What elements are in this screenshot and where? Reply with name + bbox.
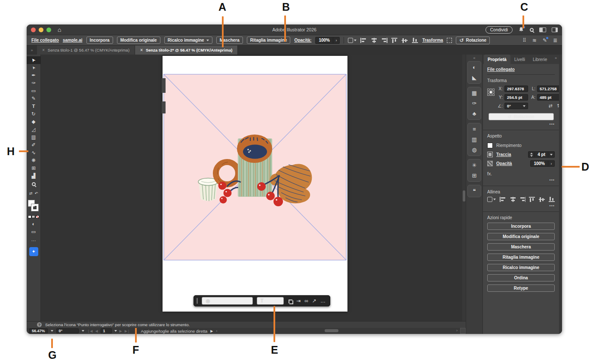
image-trace-button[interactable]: Ricalco immagine	[164, 37, 212, 44]
hint-back-icon[interactable]: ‹	[216, 329, 217, 333]
image-trace-task-button[interactable]: ◉Ricalco immagine	[202, 297, 253, 305]
vertical-scrollbar-thumb[interactable]	[463, 190, 465, 202]
gradient-swatch-icon[interactable]	[32, 215, 35, 218]
stroke-panel-icon[interactable]: ≡	[473, 126, 476, 132]
next-artboard-icon[interactable]: ▶	[120, 329, 122, 333]
color-mode-strip[interactable]	[28, 215, 39, 218]
artboard-tool[interactable]: ⊞	[27, 165, 41, 172]
opacity-label[interactable]: Opacità:	[294, 38, 311, 43]
align-to-artboard-dropdown[interactable]	[487, 197, 496, 202]
retype-task-button[interactable]: TRetype	[257, 297, 284, 305]
angle-field[interactable]: 0°	[504, 103, 528, 109]
eyedropper-tool[interactable]: ✐	[27, 141, 41, 149]
align-top-icon[interactable]	[391, 38, 398, 43]
stroke-label[interactable]: Traccia	[496, 152, 511, 157]
hint-expand-icon[interactable]: ▶	[210, 329, 213, 333]
appearance-panel-icon[interactable]: ✳	[472, 162, 477, 168]
screen-mode-button[interactable]: ▭	[27, 228, 41, 236]
rectangle-tool[interactable]: ▭	[27, 87, 41, 95]
transparency-panel-icon[interactable]: ◍	[472, 147, 476, 153]
reference-point-selector[interactable]	[487, 89, 495, 96]
height-field[interactable]: 485 pt	[537, 94, 561, 101]
opacity-expand-icon[interactable]: ›	[548, 161, 554, 166]
align-horizontal-center-icon[interactable]	[510, 197, 516, 202]
transform-more-options[interactable]: •••	[487, 120, 555, 127]
quick-action-retype[interactable]: Retype	[487, 284, 555, 292]
quick-action-mask[interactable]: Maschera	[487, 243, 555, 251]
fill-stroke-control[interactable]	[27, 200, 40, 214]
last-artboard-icon[interactable]: ▶❘	[125, 329, 130, 333]
pen-tool[interactable]: ✒	[27, 72, 41, 80]
gradient-panel-icon[interactable]: ▥	[472, 137, 477, 142]
task-bar-drag-handle[interactable]	[197, 298, 198, 304]
color-guide-panel-icon[interactable]: ◣	[472, 75, 476, 80]
ai-assistant-button[interactable]: ✦	[29, 247, 38, 256]
knife-tool[interactable]: ◆	[27, 118, 41, 126]
align-vertical-center-icon[interactable]	[402, 38, 408, 43]
align-horizontal-center-icon[interactable]	[371, 38, 377, 43]
swap-fill-stroke-icon[interactable]: ⇄	[29, 192, 33, 196]
fill-color-swatch[interactable]	[487, 143, 493, 148]
draw-mode-button[interactable]: ◐	[27, 220, 41, 228]
rotation-panel-button[interactable]: ↺Rotazione	[489, 113, 554, 120]
chevron-down-icon[interactable]	[523, 105, 525, 107]
color-swatch-icon[interactable]	[28, 215, 31, 218]
file-name-label[interactable]: sample.ai	[63, 38, 83, 43]
dock-collapse-icon[interactable]: «	[473, 55, 475, 61]
help-question-icon[interactable]: ?	[37, 322, 42, 327]
quick-action-arrange[interactable]: Ordina	[487, 274, 555, 281]
previous-artboard-icon[interactable]: ◀	[95, 329, 98, 333]
align-to-artboard-dropdown[interactable]	[348, 38, 356, 43]
links-panel-icon[interactable]: ▦	[472, 90, 477, 96]
quick-action-crop-image[interactable]: Ritaglia immagine	[487, 254, 555, 261]
quick-action-image-trace[interactable]: Ricalco immagine	[487, 264, 555, 271]
stroke-swatch[interactable]	[31, 204, 38, 211]
gradient-tool[interactable]: ▥	[27, 134, 41, 141]
scale-tool[interactable]: ◿	[27, 126, 41, 134]
rotate-view-icon[interactable]: ↶	[35, 192, 38, 196]
align-top-icon[interactable]	[529, 197, 535, 202]
graph-tool[interactable]: ▟	[27, 172, 41, 180]
zoom-tool[interactable]	[27, 180, 41, 188]
appearance-more-options[interactable]: •••	[487, 176, 555, 183]
artboard-dropdown-icon[interactable]	[114, 330, 117, 332]
horizontal-scrollbar-thumb[interactable]	[325, 329, 338, 332]
file-linked-label[interactable]: File collegato	[31, 38, 59, 43]
symbol-sprayer-tool[interactable]: ❋	[27, 157, 41, 165]
opacity-panel-label[interactable]: Opacità	[496, 161, 512, 166]
task-bar-more-icon[interactable]: …	[320, 298, 326, 303]
opacity-panel-field[interactable]: 100%›	[530, 160, 555, 167]
stroke-color-swatch[interactable]	[487, 152, 493, 157]
align-right-icon[interactable]	[381, 38, 387, 43]
comments-panel-icon[interactable]: ❝	[473, 188, 476, 194]
fill-label[interactable]: Riempimento	[496, 143, 522, 148]
close-tab-icon[interactable]: ×	[140, 48, 143, 52]
align-left-icon[interactable]	[500, 197, 506, 202]
embed-icon[interactable]: ⇥	[296, 298, 301, 303]
crop-icon[interactable]	[288, 299, 292, 303]
tab-properties[interactable]: Proprietà	[484, 55, 510, 64]
curvature-tool[interactable]: ✑	[27, 80, 41, 87]
color-panel-icon[interactable]: ◐	[473, 64, 476, 70]
panel-layout-icon[interactable]	[552, 28, 558, 32]
control-bar-menu-icon[interactable]: ≣	[553, 38, 557, 43]
contextual-task-bar[interactable]: ◉Ricalco immagine TRetype ⇥ ∞ ↗ …	[194, 295, 330, 306]
align-right-icon[interactable]	[519, 197, 525, 202]
align-more-options[interactable]: •••	[487, 202, 555, 209]
opacity-expand-icon[interactable]: ›	[333, 37, 339, 43]
share-button[interactable]: Condividi	[485, 26, 513, 34]
document-tab-1[interactable]: × Senza titolo-1 @ 56.47 % (CMYK/Antepri…	[37, 46, 135, 55]
first-artboard-icon[interactable]: ❘◀	[87, 329, 93, 333]
distribute-icon[interactable]: ≋	[532, 38, 537, 43]
opacity-field[interactable]: 100%›	[315, 37, 340, 44]
brushes-panel-icon[interactable]: ✑	[472, 101, 477, 106]
width-field[interactable]: 571.2758	[537, 86, 561, 92]
edit-original-button[interactable]: Modifica originale	[117, 37, 160, 44]
zoom-level-field[interactable]: 56.47%	[29, 328, 48, 333]
panel-collapse-icon[interactable]: »	[555, 56, 557, 60]
align-vertical-center-icon[interactable]	[539, 197, 545, 202]
shaper-tool[interactable]: ∿	[27, 149, 41, 157]
direct-selection-tool[interactable]: ➤	[27, 64, 41, 72]
canvas[interactable]: ◉Ricalco immagine TRetype ⇥ ∞ ↗ …	[41, 55, 466, 321]
linked-file-label[interactable]: File collegato	[487, 67, 515, 72]
